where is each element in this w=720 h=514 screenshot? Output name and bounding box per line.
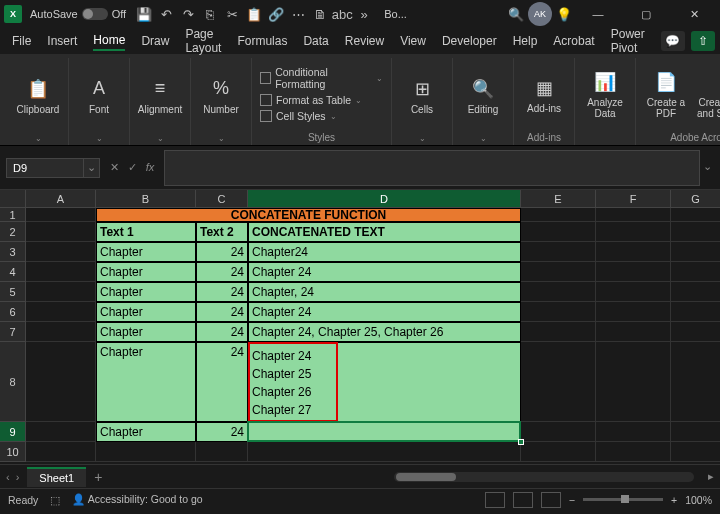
col-header-B[interactable]: B — [96, 190, 196, 208]
addins-button[interactable]: ▦Add-ins — [520, 75, 568, 114]
page-break-button[interactable] — [541, 492, 561, 508]
link-icon[interactable]: 🔗 — [268, 6, 284, 22]
name-box[interactable]: D9 — [6, 158, 84, 178]
zoom-in-button[interactable]: + — [671, 494, 677, 506]
select-all-corner[interactable] — [0, 190, 26, 208]
overflow-icon[interactable]: » — [356, 6, 372, 22]
col-header-F[interactable]: F — [596, 190, 671, 208]
cell[interactable] — [521, 302, 596, 322]
cell[interactable]: 24 — [196, 342, 248, 422]
cell[interactable] — [521, 208, 596, 222]
cell[interactable] — [671, 282, 720, 302]
cell[interactable] — [196, 442, 248, 462]
row-header-10[interactable]: 10 — [0, 442, 26, 462]
cell[interactable] — [596, 342, 671, 422]
tab-view[interactable]: View — [400, 32, 426, 50]
cell[interactable]: 24 — [196, 422, 248, 442]
cell[interactable] — [671, 302, 720, 322]
cell[interactable] — [521, 442, 596, 462]
cell[interactable] — [596, 222, 671, 242]
format-as-table-button[interactable]: Format as Table ⌄ — [258, 93, 385, 107]
tab-file[interactable]: File — [12, 32, 31, 50]
horizontal-scrollbar[interactable] — [394, 472, 694, 482]
cell[interactable]: Chapter 24 — [248, 302, 521, 322]
tab-powerpivot[interactable]: Power Pivot — [611, 25, 645, 57]
autosave-toggle[interactable]: AutoSave Off — [30, 8, 126, 20]
cell[interactable] — [596, 282, 671, 302]
cell[interactable]: Text 2 — [196, 222, 248, 242]
create-pdf-button[interactable]: 📄Create a PDF — [642, 69, 690, 119]
conditional-formatting-button[interactable]: Conditional Formatting ⌄ — [258, 65, 385, 91]
cell[interactable] — [671, 322, 720, 342]
sheet-tab[interactable]: Sheet1 — [27, 467, 86, 487]
col-header-C[interactable]: C — [196, 190, 248, 208]
accept-formula-icon[interactable]: ✓ — [124, 161, 140, 174]
cell[interactable] — [26, 222, 96, 242]
zoom-slider[interactable] — [583, 498, 663, 501]
cells-button[interactable]: ⊞Cells — [398, 76, 446, 115]
minimize-button[interactable]: ― — [576, 0, 620, 28]
cell[interactable] — [26, 302, 96, 322]
clipboard-button[interactable]: 📋Clipboard — [14, 76, 62, 115]
tab-help[interactable]: Help — [513, 32, 538, 50]
col-header-A[interactable]: A — [26, 190, 96, 208]
undo-icon[interactable]: ↶ — [158, 6, 174, 22]
prev-sheet-icon[interactable]: ‹ — [6, 471, 10, 483]
editing-button[interactable]: 🔍Editing — [459, 76, 507, 115]
tab-formulas[interactable]: Formulas — [237, 32, 287, 50]
cell[interactable]: Chapter — [96, 302, 196, 322]
cell[interactable]: Chapter — [96, 242, 196, 262]
tab-review[interactable]: Review — [345, 32, 384, 50]
cell[interactable] — [521, 322, 596, 342]
row-header-1[interactable]: 1 — [0, 208, 26, 222]
cell[interactable] — [26, 262, 96, 282]
number-button[interactable]: %Number — [197, 76, 245, 115]
copy-icon[interactable]: ⎘ — [202, 6, 218, 22]
cell[interactable] — [26, 322, 96, 342]
add-sheet-button[interactable]: + — [94, 469, 102, 485]
cell[interactable] — [596, 208, 671, 222]
accessibility-status[interactable]: 👤 Accessibility: Good to go — [72, 493, 202, 506]
cell[interactable]: Chapter — [96, 422, 196, 442]
scroll-right-icon[interactable]: ▸ — [708, 470, 714, 483]
more-icon[interactable]: ⋯ — [290, 6, 306, 22]
strike-icon[interactable]: abc — [334, 6, 350, 22]
cell[interactable]: 24 — [196, 322, 248, 342]
cell[interactable] — [671, 262, 720, 282]
zoom-out-button[interactable]: − — [569, 494, 575, 506]
paste-icon[interactable]: 📋 — [246, 6, 262, 22]
tab-pagelayout[interactable]: Page Layout — [185, 25, 221, 57]
cell[interactable] — [248, 442, 521, 462]
tab-acrobat[interactable]: Acrobat — [553, 32, 594, 50]
cell[interactable] — [26, 208, 96, 222]
alignment-button[interactable]: ≡Alignment — [136, 76, 184, 115]
cell[interactable]: Chapter 24, Chapter 25, Chapter 26 — [248, 322, 521, 342]
fill-handle[interactable] — [518, 439, 524, 445]
cell[interactable] — [671, 442, 720, 462]
page-layout-button[interactable] — [513, 492, 533, 508]
close-button[interactable]: ✕ — [672, 0, 716, 28]
cell[interactable]: Chapter — [96, 282, 196, 302]
normal-view-button[interactable] — [485, 492, 505, 508]
cell[interactable] — [671, 342, 720, 422]
cell[interactable] — [96, 442, 196, 462]
cell[interactable] — [521, 282, 596, 302]
cell[interactable]: Chapter — [96, 342, 196, 422]
maximize-button[interactable]: ▢ — [624, 0, 668, 28]
cell[interactable] — [596, 442, 671, 462]
cell-styles-button[interactable]: Cell Styles ⌄ — [258, 109, 385, 123]
cell[interactable]: 24 — [196, 262, 248, 282]
analyze-button[interactable]: 📊Analyze Data — [581, 69, 629, 119]
row-header-6[interactable]: 6 — [0, 302, 26, 322]
row-header-4[interactable]: 4 — [0, 262, 26, 282]
font-button[interactable]: AFont — [75, 76, 123, 115]
cell[interactable] — [596, 262, 671, 282]
cell[interactable]: CONCATENATED TEXT — [248, 222, 521, 242]
cell[interactable] — [671, 242, 720, 262]
col-header-D[interactable]: D — [248, 190, 521, 208]
row-header-8[interactable]: 8 — [0, 342, 26, 422]
cell[interactable] — [596, 322, 671, 342]
tab-draw[interactable]: Draw — [141, 32, 169, 50]
cell[interactable] — [521, 342, 596, 422]
expand-formula-icon[interactable]: ⌄ — [703, 160, 712, 173]
